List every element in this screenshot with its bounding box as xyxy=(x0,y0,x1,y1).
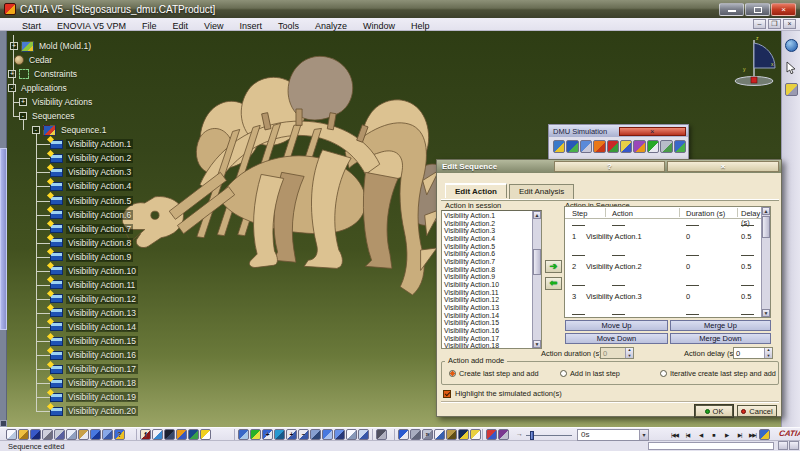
add-action-button[interactable]: ➔ xyxy=(545,260,562,273)
spinner-icons[interactable]: ▲▼ xyxy=(764,348,772,358)
table-row[interactable]: 1 Visibility Action.1 0 0.5 xyxy=(565,219,761,249)
scrollbar-button[interactable] xyxy=(0,420,7,427)
cut-icon[interactable] xyxy=(54,429,65,440)
action-duration-field[interactable]: 0 ▲▼ xyxy=(600,347,634,359)
menu-item[interactable]: ENOVIA V5 VPM xyxy=(49,21,134,31)
list-item[interactable]: Visibility Action.16 xyxy=(442,327,532,335)
snap-icon[interactable] xyxy=(410,429,421,440)
list-item[interactable]: Visibility Action.13 xyxy=(442,304,532,312)
formula-icon[interactable]: f xyxy=(140,429,151,440)
list-item[interactable]: Visibility Action.12 xyxy=(442,296,532,304)
tree-item-visibility-action[interactable]: Visibility Action.16 xyxy=(8,348,188,362)
radio-icon[interactable] xyxy=(560,370,567,377)
scroll-down-icon[interactable]: ▼ xyxy=(533,340,541,348)
menu-item[interactable]: View xyxy=(196,21,231,31)
page-icon[interactable] xyxy=(346,429,357,440)
list-item[interactable]: Visibility Action.4 xyxy=(442,235,532,243)
tree-item-visibility-action[interactable]: Visibility Action.20 xyxy=(8,404,188,418)
tree-item-visibility-action[interactable]: Visibility Action.5 xyxy=(8,194,188,208)
track-icon[interactable] xyxy=(593,140,605,153)
scrollbar-thumb[interactable] xyxy=(762,216,770,238)
menu-item[interactable]: Analyze xyxy=(307,21,355,31)
shuttle-icon[interactable] xyxy=(633,140,645,153)
tab-edit-action[interactable]: Edit Action xyxy=(445,183,507,198)
simulation-player-icon[interactable] xyxy=(759,429,770,440)
diagram-icon[interactable] xyxy=(176,429,187,440)
restore-button[interactable] xyxy=(745,3,770,16)
tree-item-sequence-1[interactable]: - Sequence.1 xyxy=(8,123,188,137)
jump-start-button[interactable]: |◀◀ xyxy=(668,429,681,441)
list-item[interactable]: Visibility Action.14 xyxy=(442,312,532,320)
paste-icon[interactable] xyxy=(78,429,89,440)
world-icon[interactable] xyxy=(188,429,199,440)
mdi-minimize-button[interactable]: – xyxy=(753,19,766,29)
gear-icon[interactable] xyxy=(446,429,457,440)
radio-icon[interactable] xyxy=(449,370,456,377)
tree-item-visibility-action[interactable]: Visibility Action.8 xyxy=(8,236,188,250)
table-scrollbar[interactable]: ▲ ▼ xyxy=(761,207,770,317)
menu-item[interactable]: Insert xyxy=(231,21,270,31)
list-item[interactable]: Visibility Action.6 xyxy=(442,250,532,258)
mdi-close-button[interactable]: × xyxy=(783,19,796,29)
table-row[interactable]: 2 Visibility Action.2 0 0.5 xyxy=(565,249,761,279)
chevron-down-icon[interactable]: ▾ xyxy=(639,430,648,440)
expander-icon[interactable]: + xyxy=(10,42,18,50)
close-icon[interactable]: × xyxy=(667,161,779,172)
grid-icon[interactable] xyxy=(674,140,686,153)
tree-item-visibility-action[interactable]: Visibility Action.12 xyxy=(8,292,188,306)
expander-icon[interactable]: - xyxy=(19,112,27,120)
play-button[interactable]: ▶ xyxy=(720,429,733,441)
rotate-icon[interactable] xyxy=(274,429,285,440)
list-item[interactable]: Visibility Action.11 xyxy=(442,289,532,297)
expander-icon[interactable]: + xyxy=(19,98,27,106)
tab-edit-analysis[interactable]: Edit Analysis xyxy=(509,184,574,199)
menu-item[interactable]: Tools xyxy=(270,21,307,31)
tree-item-constraints[interactable]: + Constraints xyxy=(8,67,188,81)
list-item[interactable]: Visibility Action.15 xyxy=(442,319,532,327)
magnifier-icon[interactable] xyxy=(434,429,445,440)
fly-mode-icon[interactable] xyxy=(785,39,798,52)
tree-item-visibility-action[interactable]: Visibility Action.7 xyxy=(8,222,188,236)
undo-icon[interactable] xyxy=(90,429,101,440)
smooth-icon[interactable] xyxy=(660,140,672,153)
ok-button[interactable]: OK xyxy=(695,405,733,417)
panel-icon[interactable] xyxy=(358,429,369,440)
list-item[interactable]: Visibility Action.3 xyxy=(442,227,532,235)
menu-item[interactable]: File xyxy=(134,21,165,31)
chevron-icon[interactable]: » xyxy=(422,429,433,440)
radio-add-in-last-step[interactable]: Add in last step xyxy=(560,369,620,378)
simulation-time-slider[interactable]: → xyxy=(516,431,572,440)
mdi-restore-button[interactable]: ❐ xyxy=(768,19,781,29)
tree-item-visibility-action[interactable]: Visibility Action.3 xyxy=(8,165,188,179)
status-button[interactable] xyxy=(778,441,788,450)
new-icon[interactable] xyxy=(6,429,17,440)
tree-item-visibility-action[interactable]: Visibility Action.1 xyxy=(8,137,188,151)
scroll-down-icon[interactable]: ▼ xyxy=(762,309,770,317)
camera-icon[interactable] xyxy=(376,429,387,440)
close-icon[interactable]: × xyxy=(619,127,687,136)
sparkle-icon[interactable] xyxy=(200,429,211,440)
list-item[interactable]: Visibility Action.5 xyxy=(442,243,532,251)
scroll-up-icon[interactable]: ▲ xyxy=(762,207,770,215)
select-cursor-icon[interactable] xyxy=(786,61,797,74)
minimize-button[interactable] xyxy=(719,3,744,16)
list-item[interactable]: Visibility Action.18 xyxy=(442,342,532,348)
redo-icon[interactable] xyxy=(102,429,113,440)
action-in-session-list[interactable]: Visibility Action.1Visibility Action.2Vi… xyxy=(441,210,542,349)
fit-all-icon[interactable] xyxy=(250,429,261,440)
expander-icon[interactable]: - xyxy=(32,126,40,134)
stop-button[interactable]: ■ xyxy=(707,429,720,441)
menu-item[interactable]: Window xyxy=(355,21,403,31)
scroll-up-icon[interactable]: ▲ xyxy=(533,211,541,219)
mountain-icon[interactable] xyxy=(458,429,469,440)
sequence-icon[interactable] xyxy=(580,140,592,153)
simulation-icon[interactable] xyxy=(553,140,565,153)
tree-item-visibility-action[interactable]: Visibility Action.10 xyxy=(8,264,188,278)
tree-item-visibility-action[interactable]: Visibility Action.18 xyxy=(8,376,188,390)
gantt-icon[interactable] xyxy=(620,140,632,153)
slider-thumb[interactable] xyxy=(530,431,534,440)
tree-item-applications[interactable]: - Applications xyxy=(8,81,188,95)
action-delay-field[interactable]: 0 ▲▼ xyxy=(733,347,773,359)
tree-item-visibility-action[interactable]: Visibility Action.9 xyxy=(8,250,188,264)
help-icon[interactable]: ? xyxy=(554,161,666,172)
